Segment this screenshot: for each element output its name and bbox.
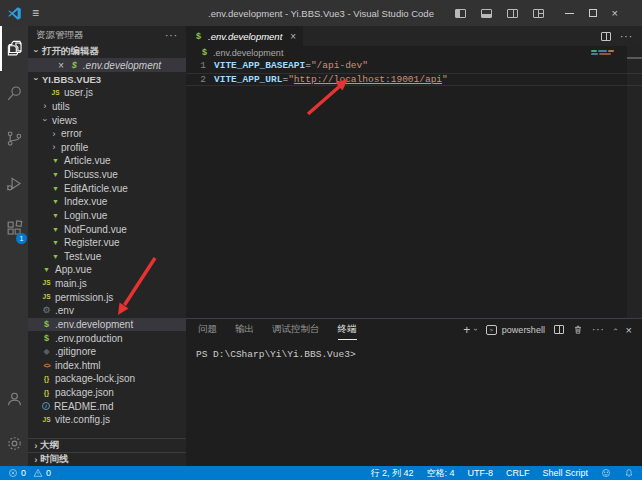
tree-item-.env[interactable]: ⚙.env [28,304,186,318]
terminal-content[interactable]: PS D:\CSharp\Yi\Yi.BBS.Vue3> [186,340,642,466]
vue-file-icon: ▼ [50,185,61,192]
project-section-header[interactable]: › YI.BBS.VUE3 [28,72,186,86]
tree-item-EditArticle.vue[interactable]: ▼EditArticle.vue [28,181,186,195]
open-editor-item[interactable]: × $ .env.development [28,58,186,72]
tree-item-Index.vue[interactable]: ▼Index.vue [28,195,186,209]
tree-item-views[interactable]: ›views [28,113,186,127]
run-debug-icon[interactable] [0,161,28,206]
cursor-position[interactable]: 行 2, 列 42 [370,467,413,480]
tab-terminal[interactable]: 终端 [338,320,357,340]
toggle-secondary-sidebar-icon[interactable] [507,9,518,18]
tree-item-README.md[interactable]: iREADME.md [28,399,186,413]
close-panel-icon[interactable]: × [626,324,632,336]
vscode-window: ≡ .env.development - Yi.BBS.Vue3 - Visua… [0,0,642,482]
encoding[interactable]: UTF-8 [467,468,493,478]
outline-section[interactable]: › 大纲 [28,438,186,452]
close-editor-icon[interactable]: × [58,60,64,71]
tree-item-NotFound.vue[interactable]: ▼NotFound.vue [28,222,186,236]
minimize-button[interactable] [565,13,574,14]
minimap[interactable] [590,50,627,90]
tree-item-.env.development[interactable]: $.env.development [28,318,186,332]
tree-item-utils[interactable]: ›utils [28,100,186,114]
kill-terminal-trash-icon[interactable] [573,324,583,335]
split-terminal-icon[interactable] [554,325,564,334]
breadcrumb[interactable]: $ .env.development [186,46,642,59]
tree-item-label: utils [52,101,70,112]
customize-layout-icon[interactable] [533,9,544,18]
tree-item-Test.vue[interactable]: ▼Test.vue [28,250,186,264]
feedback-smiley-icon[interactable] [601,468,611,478]
line-number: 2 [186,73,206,87]
extensions-icon[interactable]: 1 [0,206,28,251]
tree-item-permission.js[interactable]: JSpermission.js [28,290,186,304]
tree-item-Login.vue[interactable]: ▼Login.vue [28,209,186,223]
editor-pane: $ .env.development 1VITE_APP_BASEAPI="/a… [186,46,642,318]
shell-name[interactable]: powershell [502,325,545,335]
notifications-bell-icon[interactable] [624,468,634,478]
menu-hamburger-icon[interactable]: ≡ [32,7,39,19]
tree-item-package-lock.json[interactable]: {}package-lock.json [28,372,186,386]
tree-item-package.json[interactable]: {}package.json [28,386,186,400]
tab-close-icon[interactable]: × [290,31,296,42]
tree-item-label: EditArticle.vue [64,183,128,194]
tree-item-vite.config.js[interactable]: JSvite.config.js [28,413,186,427]
indentation[interactable]: 空格: 4 [426,467,454,480]
chevron-collapsed-icon: › [32,455,40,465]
url-link[interactable]: http://localhost:19001/api [294,73,442,87]
vue-file-icon: ▼ [50,239,61,246]
new-terminal-icon[interactable]: + [463,324,470,336]
timeline-section[interactable]: › 时间线 [28,452,186,466]
chevron-collapsed-icon: › [50,142,58,152]
vscode-logo-icon [7,6,22,21]
tree-item-main.js[interactable]: JSmain.js [28,277,186,291]
tree-item-label: main.js [55,278,87,289]
tree-item-Discuss.vue[interactable]: ▼Discuss.vue [28,168,186,182]
problems-status[interactable]: 0 0 [8,468,51,478]
source-control-icon[interactable] [0,116,28,161]
settings-gear-icon[interactable] [0,421,28,466]
tree-item-user.js[interactable]: JSuser.js [28,86,186,100]
toggle-sidebar-icon[interactable] [455,9,466,18]
split-editor-icon[interactable] [601,32,611,41]
editor-more-actions-icon[interactable]: ··· [620,31,633,42]
tree-item-error[interactable]: ›error [28,127,186,141]
editor-scrollbar[interactable] [627,46,642,318]
account-icon[interactable] [0,376,28,421]
terminal-dropdown-icon[interactable]: › [471,328,480,331]
tab-output[interactable]: 输出 [235,320,254,339]
code-line-2[interactable]: 2VITE_APP_URL="http://localhost:19001/ap… [186,73,642,87]
error-icon [8,468,18,478]
tab-problems[interactable]: 问题 [198,320,217,339]
tree-item-.env.production[interactable]: $.env.production [28,331,186,345]
search-icon[interactable] [0,71,28,116]
tree-item-Register.vue[interactable]: ▼Register.vue [28,236,186,250]
code-editor[interactable]: 1VITE_APP_BASEAPI="/api-dev" 2VITE_APP_U… [186,59,642,86]
tree-item-label: profile [61,142,88,153]
chevron-expanded-icon: › [40,116,50,124]
tab-env-development[interactable]: $ .env.development × [186,26,303,46]
tree-item-index.html[interactable]: <>index.html [28,359,186,373]
language-mode[interactable]: Shell Script [542,468,588,478]
tree-item-.gitignore[interactable]: ◆.gitignore [28,345,186,359]
js-file-icon: JS [41,294,52,301]
tree-item-App.vue[interactable]: ▼App.vue [28,263,186,277]
sidebar-more-actions-icon[interactable]: ··· [165,30,178,41]
js-file-icon: JS [41,417,52,424]
close-window-button[interactable]: × [612,8,618,19]
code-line-1[interactable]: 1VITE_APP_BASEAPI="/api-dev" [186,59,642,73]
tree-item-Article.vue[interactable]: ▼Article.vue [28,154,186,168]
tab-debug-console[interactable]: 调试控制台 [272,320,320,339]
tree-item-profile[interactable]: ›profile [28,141,186,155]
eol-sequence[interactable]: CRLF [506,468,530,478]
toggle-panel-icon[interactable] [481,9,492,18]
warning-icon [33,468,43,478]
tree-item-label: index.html [55,360,101,371]
maximize-panel-icon[interactable]: › [611,328,620,331]
extensions-badge: 1 [16,233,27,244]
panel-more-actions-icon[interactable]: ··· [592,324,605,335]
explorer-icon[interactable] [0,26,28,71]
tree-item-label: Index.vue [64,196,107,207]
tree-item-label: Test.vue [64,251,101,262]
open-editors-section[interactable]: › 打开的编辑器 [28,44,186,58]
maximize-button[interactable] [589,9,597,17]
